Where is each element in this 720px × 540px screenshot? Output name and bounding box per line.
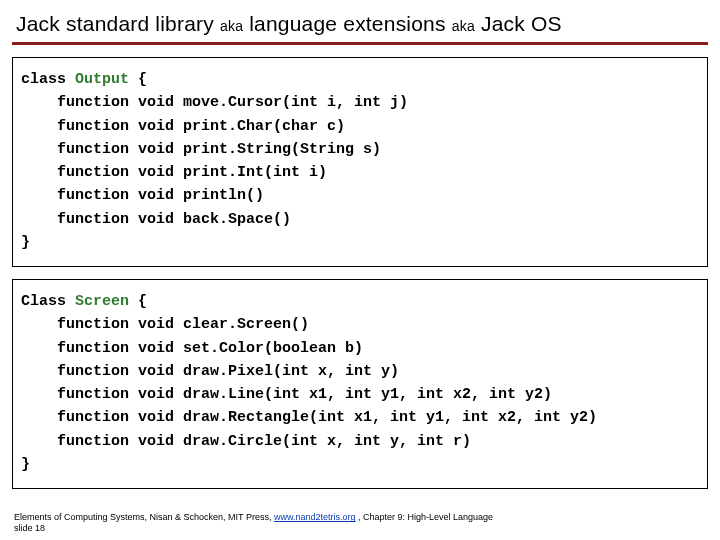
title-aka-2: aka	[452, 18, 475, 34]
code-line: function void draw.Rectangle(int x1, int…	[21, 409, 597, 426]
footer-link[interactable]: www.nand2tetris.org	[274, 512, 356, 522]
code-line: Class Screen {	[21, 293, 147, 310]
slide: Jack standard library aka language exten…	[0, 0, 720, 540]
code-line: function void draw.Circle(int x, int y, …	[21, 433, 471, 450]
code-line: function void draw.Line(int x1, int y1, …	[21, 386, 552, 403]
keyword-class: class	[21, 71, 75, 88]
code-line: function void back.Space()	[21, 211, 291, 228]
brace-open: {	[138, 293, 147, 310]
title-part-2: language extensions	[243, 12, 452, 35]
code-line: function void print.String(String s)	[21, 141, 381, 158]
slide-title: Jack standard library aka language exten…	[12, 8, 708, 45]
brace-open: {	[138, 71, 147, 88]
code-line: function void println()	[21, 187, 264, 204]
class-name-screen: Screen	[75, 293, 138, 310]
keyword-class: Class	[21, 293, 75, 310]
slide-footer: Elements of Computing Systems, Nisan & S…	[14, 512, 493, 534]
title-part-1: Jack standard library	[16, 12, 220, 35]
code-line: function void print.Char(char c)	[21, 118, 345, 135]
code-line: function void set.Color(boolean b)	[21, 340, 363, 357]
title-part-3: Jack OS	[475, 12, 562, 35]
code-line: function void draw.Pixel(int x, int y)	[21, 363, 399, 380]
code-box-screen: Class Screen { function void clear.Scree…	[12, 279, 708, 489]
brace-close: }	[21, 234, 30, 251]
code-line: class Output {	[21, 71, 147, 88]
title-aka-1: aka	[220, 18, 243, 34]
brace-close: }	[21, 456, 30, 473]
code-line: function void clear.Screen()	[21, 316, 309, 333]
class-name-output: Output	[75, 71, 138, 88]
footer-line-2: slide 18	[14, 523, 45, 533]
code-line: function void move.Cursor(int i, int j)	[21, 94, 408, 111]
code-line: function void print.Int(int i)	[21, 164, 327, 181]
footer-text-after: , Chapter 9: High-Level Language	[355, 512, 493, 522]
footer-text-before: Elements of Computing Systems, Nisan & S…	[14, 512, 274, 522]
code-box-output: class Output { function void move.Cursor…	[12, 57, 708, 267]
